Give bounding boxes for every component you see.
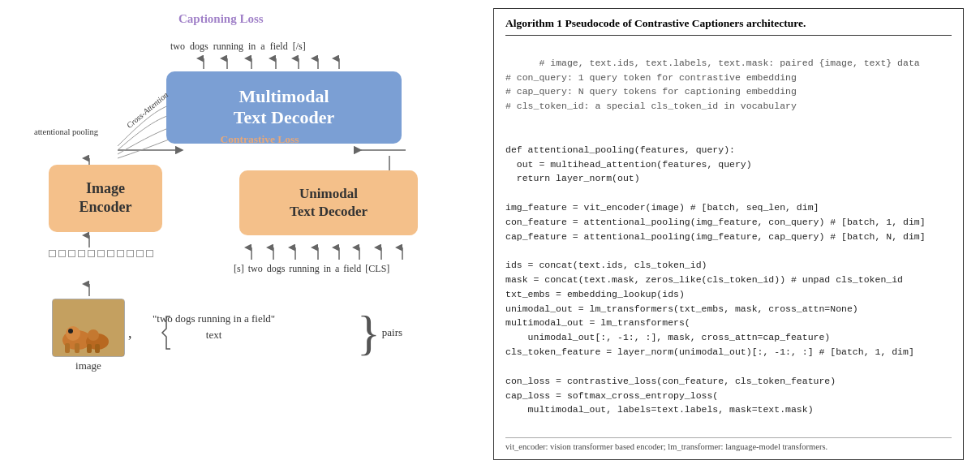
svg-point-38 — [88, 329, 99, 341]
input-word-1: [s] — [234, 263, 244, 275]
comma-separator: , — [128, 325, 132, 342]
algorithm-title: Algorithm 1 Pseudocode of Contrastive Ca… — [505, 17, 952, 36]
unimodal-box: Unimodal Text Decoder — [239, 170, 418, 235]
diagram-section: Captioning Loss two dogs running in a fi… — [16, 8, 479, 357]
algorithm-code: # image, text.ids, text.labels, text.mas… — [505, 41, 952, 432]
dog-image-svg — [53, 299, 124, 356]
svg-point-37 — [68, 329, 73, 333]
image-thumbnail: image — [52, 299, 125, 372]
svg-rect-39 — [65, 343, 70, 353]
contrastive-loss-label: Contrastive Loss — [220, 133, 299, 146]
image-encoder-dots — [49, 250, 153, 257]
dot-3 — [68, 250, 75, 257]
input-word-7: field — [343, 263, 361, 275]
input-word-6: a — [335, 263, 339, 275]
algorithm-desc: Pseudocode of Contrastive Captioners arc… — [565, 17, 806, 29]
dot-8 — [117, 250, 124, 257]
cross-attention-label: Cross-Attention — [122, 101, 173, 116]
input-word-2: two — [248, 263, 263, 275]
dot-4 — [78, 250, 85, 257]
caption-word-4: in — [248, 41, 256, 53]
dot-1 — [49, 250, 56, 257]
dot-7 — [107, 250, 114, 257]
input-words-row: [s] two dogs running in a field [CLS] — [234, 263, 389, 275]
text-label: text — [153, 329, 275, 342]
diagram-wrapper: Captioning Loss two dogs running in a fi… — [32, 8, 462, 357]
caption-words-row: two dogs running in a field [/s] — [170, 41, 306, 53]
caption-word-2: dogs — [190, 41, 208, 53]
caption-word-3: running — [213, 41, 243, 53]
algo-comment-1: # image, text.ids, text.labels, text.mas… — [505, 58, 920, 111]
dot-6 — [97, 250, 105, 257]
text-quote-area: "two dogs running in a field" text — [153, 312, 275, 342]
caption-word-1: two — [170, 41, 185, 53]
algo-code-body: def attentional_pooling(features, query)… — [505, 144, 926, 415]
multimodal-title: Multimodal Text Decoder — [196, 86, 372, 129]
input-word-3: dogs — [267, 263, 286, 275]
dot-10 — [136, 250, 144, 257]
caption-word-5: a — [260, 41, 264, 53]
dot-9 — [127, 250, 134, 257]
dot-2 — [58, 250, 66, 257]
svg-rect-40 — [75, 343, 80, 353]
image-label: image — [52, 359, 125, 372]
input-word-4: running — [289, 263, 319, 275]
captioning-loss-label: Captioning Loss — [178, 11, 264, 26]
caption-word-6: field — [270, 41, 288, 53]
attentional-pooling-label: attentional pooling — [34, 123, 98, 138]
svg-rect-42 — [95, 344, 100, 353]
text-quote: "two dogs running in a field" — [153, 312, 275, 325]
input-word-5: in — [324, 263, 331, 275]
image-encoder-title: Image Encoder — [80, 179, 132, 217]
dot-11 — [146, 250, 153, 257]
algorithm-box: Algorithm 1 Pseudocode of Contrastive Ca… — [493, 8, 964, 460]
caption-word-7: [/s] — [293, 41, 306, 53]
pairs-label: pairs — [382, 326, 402, 339]
image-encoder-box: Image Encoder — [49, 165, 162, 232]
svg-point-36 — [66, 326, 80, 341]
algorithm-footer: vit_encoder: vision transformer based en… — [505, 437, 952, 451]
unimodal-title: Unimodal Text Decoder — [290, 185, 368, 221]
svg-rect-41 — [87, 344, 92, 353]
pairs-brace: } pairs — [357, 308, 402, 357]
dot-5 — [88, 250, 95, 257]
input-word-8: [CLS] — [365, 263, 389, 275]
main-content: Captioning Loss two dogs running in a fi… — [16, 8, 964, 460]
algorithm-number: Algorithm 1 — [505, 17, 562, 29]
